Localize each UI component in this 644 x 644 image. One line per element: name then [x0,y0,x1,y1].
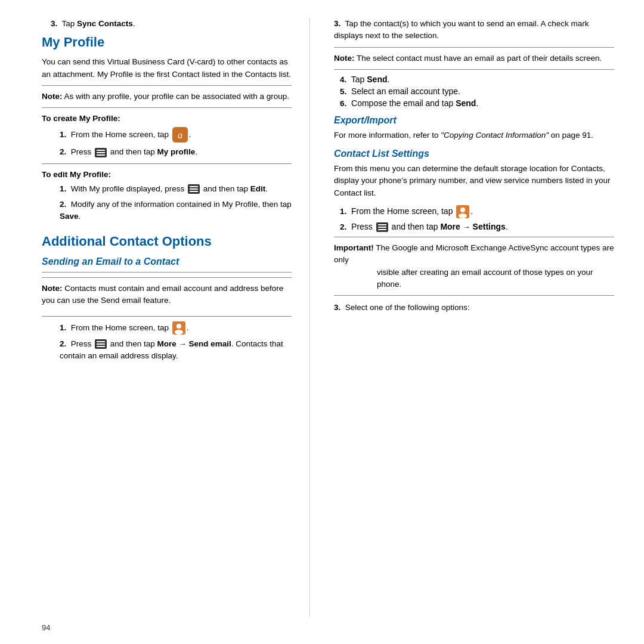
cls-step-2: 2. Press and then tap More → Settings. [340,222,614,232]
settings-bold: Settings [473,222,506,231]
send-email-bold: Send email [188,339,231,348]
right-note-text: The select contact must have an email as… [357,54,602,63]
cls-step-1-num: 1. [340,206,346,215]
page-number: 94 [0,617,644,632]
my-profile-title: My Profile [42,35,292,50]
step-4-num: 4. [340,75,346,84]
step-5-num: 5. [340,87,346,96]
step-3-final-num: 3. [334,303,340,312]
copying-contact-italic: "Copying Contact Information" [441,131,549,140]
person-icon-2 [456,205,469,218]
export-import-title: Export/Import [334,115,614,126]
additional-section: Additional Contact Options Sending an Em… [42,234,292,363]
contact-list-steps: 1. From the Home screen, tap . 2. Press [334,205,614,232]
cls-step-1: 1. From the Home screen, tap . [340,205,614,218]
sending-note-label: Note: [42,284,63,293]
my-profile-note: Note: As with any profile, your profile … [42,85,292,108]
important-text: The Google and Microsoft Exchange Active… [334,243,614,264]
right-step-3-num: 3. [334,19,340,28]
step-3-final-text: Select one of the following options: [345,303,470,312]
menu-icon-1 [95,148,107,157]
page: 3. Tap Sync Contacts. My Profile You can… [0,0,644,644]
svg-point-7 [459,213,467,218]
my-profile-body: You can send this Virtual Business Card … [42,56,292,80]
cls-step-2-num: 2. [340,222,346,231]
right-note-label: Note: [334,54,355,63]
menu-icon-3 [95,339,107,349]
step-3-num: 3. [51,19,57,28]
create-step-1-num: 1. [60,130,66,139]
step-4: 4. Tap Send. [340,75,614,84]
step-5: 5. Select an email account type. [340,86,614,96]
top-step-3: 3. Tap Sync Contacts. [42,18,292,30]
divider-1 [42,163,292,164]
columns: 3. Tap Sync Contacts. My Profile You can… [0,18,644,617]
step-3-final: 3. Select one of the following options: [334,302,614,314]
right-column: 3. Tap the contact(s) to which you want … [310,18,644,617]
to-edit-label: To edit My Profile: [42,169,292,181]
menu-icon-4 [376,222,388,232]
note-label: Note: [42,92,63,101]
edit-step-1: 1. With My profile displayed, press and … [60,183,292,195]
contacts-app-icon: a [172,127,188,143]
step-6-num: 6. [340,99,346,108]
export-import-body: For more information, refer to "Copying … [334,129,614,141]
svg-text:a: a [178,130,182,140]
divider-3 [42,316,292,317]
sending-steps: 1. From the Home screen, tap . 2. [54,321,292,363]
sending-subtitle: Sending an Email to a Contact [42,256,292,267]
send-bold-2: Send [367,75,387,84]
save-bold: Save [60,212,79,221]
edit-step-1-num: 1. [60,184,66,193]
create-step-2-num: 2. [60,147,66,156]
create-step-1: 1. From the Home screen, tap a . [60,127,292,143]
contact-list-body: From this menu you can determine the def… [334,163,614,199]
create-step-2: 2. Press and then tap My profile. [60,146,292,158]
edit-step-2: 2. Modify any of the information contain… [60,199,292,223]
svg-point-3 [177,324,181,329]
arrow-1: → [179,339,187,348]
right-note: Note: The select contact must have an em… [334,47,614,70]
sending-note: Note: Contacts must contain and email ac… [42,277,292,312]
note-text: As with any profile, your profile can be… [64,92,289,101]
send-step-1: 1. From the Home screen, tap . [60,321,292,335]
more-bold-1: More [157,339,177,348]
send-step-1-num: 1. [60,323,66,332]
left-column: 3. Tap Sync Contacts. My Profile You can… [0,18,310,617]
svg-point-6 [460,208,465,212]
to-create-steps: 1. From the Home screen, tap a . 2. Pres… [54,127,292,158]
arrow-2: → [463,222,470,231]
send-bold-3: Send [456,98,476,108]
my-profile-bold: My profile [157,147,196,156]
right-step-3: 3. Tap the contact(s) to which you want … [334,18,614,42]
sync-contacts-label: Sync Contacts [77,19,133,28]
step-6: 6. Compose the email and tap Send. [340,98,614,108]
important-block: Important! The Google and Microsoft Exch… [334,237,614,296]
edit-step-2-num: 2. [60,200,66,209]
step-5-text: Select an email account type. [351,86,460,96]
menu-icon-2 [188,184,200,194]
person-icon-1 [172,321,185,335]
important-indent: visible after creating an email account … [377,267,614,291]
contact-list-title: Contact List Settings [334,148,614,159]
send-step-2-num: 2. [60,339,66,348]
sending-note-text: Contacts must contain and email account … [42,284,283,305]
to-create-label: To create My Profile: [42,113,292,125]
to-edit-steps: 1. With My profile displayed, press and … [54,183,292,223]
more-bold-2: More [440,222,460,231]
important-content: Important! The Google and Microsoft Exch… [334,242,614,290]
important-label: Important! [334,243,374,252]
divider-2 [42,272,292,273]
edit-bold: Edit [250,184,266,193]
additional-title: Additional Contact Options [42,234,292,249]
steps-4-5-6: 4. Tap Send. 5. Select an email account … [334,75,614,108]
svg-point-4 [175,330,183,335]
send-step-2: 2. Press and then tap More → Send email.… [60,338,292,363]
